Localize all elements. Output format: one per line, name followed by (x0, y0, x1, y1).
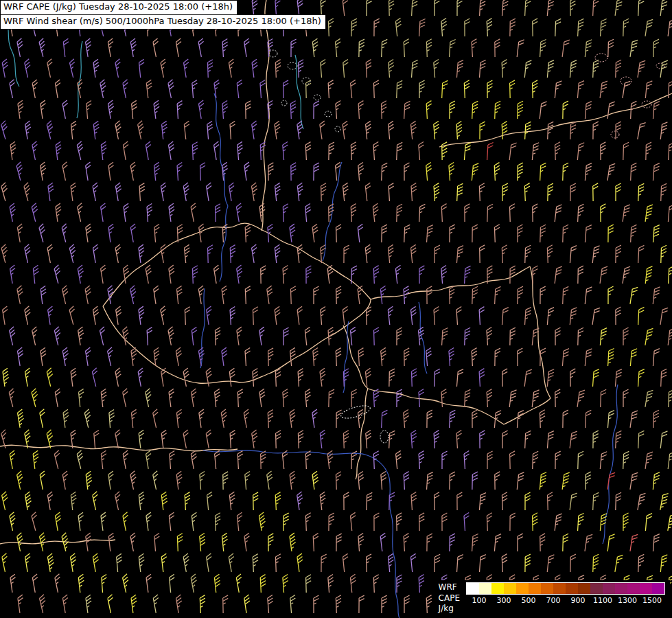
wind-barb (283, 141, 290, 160)
wind-barb (154, 162, 161, 181)
wind-barb (176, 38, 184, 57)
wind-barb (563, 286, 569, 304)
wind-barb (167, 327, 176, 345)
wind-barb (509, 204, 515, 222)
wind-barb (313, 348, 319, 366)
wind-barb (146, 574, 154, 593)
wind-barb (358, 224, 364, 242)
wind-barb (547, 492, 553, 510)
wind-barb (183, 59, 192, 78)
wind-barb (275, 60, 281, 78)
wind-barb (669, 389, 672, 407)
wind-barb (547, 369, 554, 387)
wind-barb (410, 121, 417, 139)
wind-barb (623, 204, 630, 222)
wind-barb (456, 122, 463, 139)
wind-barb (214, 450, 221, 469)
wind-barb (411, 183, 417, 201)
wind-barb (457, 492, 463, 510)
wind-barb (525, 245, 531, 263)
legend-swatch-6 (541, 583, 553, 594)
wind-barb (660, 122, 667, 140)
wind-barb (562, 348, 569, 367)
wind-barb (161, 183, 169, 201)
wind-barb (24, 306, 33, 325)
wind-barb (366, 307, 371, 325)
wind-barb (623, 389, 629, 407)
wind-barb (645, 389, 653, 408)
wind-barb (456, 307, 463, 325)
wind-barb (10, 450, 18, 469)
wind-barb (33, 450, 40, 469)
wind-barb (351, 389, 357, 407)
wind-barb (24, 59, 33, 78)
wind-barb (570, 554, 576, 572)
wind-barb (230, 122, 236, 139)
wind-barb (343, 306, 349, 325)
wind-barb (518, 163, 523, 181)
wind-barb (115, 121, 124, 139)
wind-barb (236, 574, 244, 593)
wind-barb (592, 245, 599, 264)
wind-barb (176, 595, 184, 613)
wind-barb (290, 347, 297, 366)
wind-barb (191, 450, 199, 469)
wind-barb (2, 368, 10, 387)
wind-barb (397, 513, 402, 531)
wind-barb (510, 19, 515, 36)
wind-barb (419, 204, 426, 222)
wind-barb (92, 492, 101, 510)
wind-barb (570, 307, 577, 325)
wind-barb (267, 595, 274, 613)
wind-barb (2, 306, 10, 325)
wind-barb (495, 472, 500, 490)
wind-barb (229, 59, 237, 78)
wind-barb (388, 121, 395, 139)
wind-barb (358, 286, 365, 304)
wind-barb (661, 369, 667, 387)
wind-barb (389, 59, 395, 77)
title-box: WRF CAPE (J/kg) Tuesday 28-10-2025 18:00… (0, 0, 326, 30)
wind-barb (145, 389, 154, 407)
wind-barb (426, 595, 432, 613)
wind-barb (200, 163, 205, 181)
wind-barb (31, 512, 40, 531)
wind-barb (456, 369, 463, 387)
wind-barb (456, 431, 463, 448)
wind-barb (433, 121, 440, 139)
wind-barb (547, 431, 553, 448)
wind-barb (146, 141, 154, 160)
wind-barb (607, 472, 615, 490)
wind-barb (122, 327, 131, 345)
wind-barb (465, 204, 470, 222)
wind-barb (381, 101, 386, 119)
wind-barb (290, 409, 297, 428)
wind-barb (668, 204, 672, 222)
wind-barb (631, 225, 637, 242)
wind-barb (433, 59, 440, 78)
wind-barb (268, 163, 274, 181)
wind-barb (335, 38, 342, 57)
wind-barb (77, 80, 86, 98)
wind-barb (207, 492, 213, 510)
wind-barb (442, 142, 448, 160)
wind-barb (54, 574, 63, 593)
wind-barb (101, 450, 108, 469)
wind-barb (1, 183, 10, 201)
wind-barb (586, 101, 592, 119)
wind-barb (253, 369, 259, 387)
wind-barb (130, 162, 138, 181)
wind-barb (388, 553, 395, 572)
wind-barb (578, 266, 583, 284)
wind-barb (540, 472, 546, 490)
wind-barb (593, 431, 599, 448)
wind-barb (532, 513, 537, 531)
wind-barb (260, 80, 266, 98)
wind-barb (397, 328, 402, 345)
wind-barb (350, 327, 357, 345)
wind-barb (101, 389, 108, 407)
wind-barb (517, 410, 523, 428)
wind-barb (62, 286, 71, 304)
wind-barb (653, 163, 659, 181)
wind-barb (108, 224, 116, 242)
